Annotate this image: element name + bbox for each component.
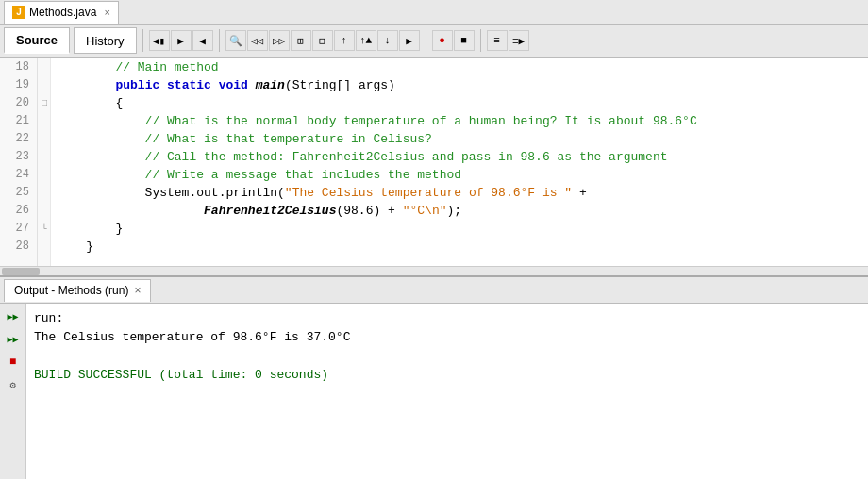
line-num-20: 20 <box>0 94 33 112</box>
toolbar-btn-back[interactable]: ◀▮ <box>149 30 170 51</box>
toolbar-btn-9[interactable]: ↑ <box>334 30 355 51</box>
code-line-28: } <box>57 238 868 256</box>
line-num-24: 24 <box>0 166 33 184</box>
toolbar-btn-more[interactable]: ≡▶ <box>509 30 529 51</box>
output-tab-bar: Output - Methods (run) × <box>0 277 868 304</box>
toolbar-btn-5[interactable]: ◁◁ <box>247 30 268 51</box>
toolbar-btn-search[interactable]: 🔍 <box>225 30 246 51</box>
fold-21 <box>38 112 51 130</box>
fold-27: └ <box>38 220 51 238</box>
fold-25 <box>38 184 51 202</box>
toolbar-separator-3 <box>426 29 426 52</box>
code-line-19: public static void main(String[] args) <box>57 76 868 94</box>
output-sidebar: ▶▶ ▶▶ ■ ⚙ <box>0 304 26 479</box>
output-stop-btn[interactable]: ■ <box>4 353 23 372</box>
output-line-run: run: <box>34 309 860 328</box>
line-num-22: 22 <box>0 130 33 148</box>
code-line-22: // What is that temperature in Celisus? <box>57 130 868 148</box>
fold-22 <box>38 130 51 148</box>
line-num-28: 28 <box>0 238 33 256</box>
code-line-25: System.out.println("The Celsius temperat… <box>57 184 868 202</box>
output-tab-title: Output - Methods (run) <box>14 284 128 297</box>
fold-24 <box>38 166 51 184</box>
toolbar-btn-10[interactable]: ↑▲ <box>356 30 376 51</box>
code-line-24: // Write a message that includes the met… <box>57 166 868 184</box>
toolbar-btn-7[interactable]: ⊞ <box>291 30 311 51</box>
file-tab-bar: J Methods.java × <box>0 0 868 25</box>
code-area: 18 19 20 21 22 23 24 25 26 27 28 □ <box>0 58 868 266</box>
toolbar-btn-8[interactable]: ⊟ <box>312 30 333 51</box>
toolbar-btn-forward[interactable]: ▶ <box>171 30 192 51</box>
output-tab-run[interactable]: Output - Methods (run) × <box>4 279 151 302</box>
output-line-blank <box>34 347 860 366</box>
toolbar-group-1: ◀▮ ▶ ◀ <box>149 30 213 51</box>
file-tab-name: Methods.java <box>29 6 96 19</box>
toolbar-btn-stop[interactable]: ■ <box>454 30 475 51</box>
code-line-20: { <box>57 94 868 112</box>
code-content[interactable]: // Main method public static void main(S… <box>51 58 868 266</box>
output-text-area: run: The Celsius temperature of 98.6°F i… <box>26 304 868 479</box>
fold-20[interactable]: □ <box>38 94 51 112</box>
line-num-25: 25 <box>0 184 33 202</box>
line-num-27: 27 <box>0 220 33 238</box>
fold-19 <box>38 76 51 94</box>
output-body: ▶▶ ▶▶ ■ ⚙ run: The Celsius temperature o… <box>0 304 868 479</box>
code-line-27: } <box>57 220 868 238</box>
main-container: J Methods.java × Source History ◀▮ ▶ ◀ 🔍… <box>0 0 868 479</box>
toolbar-group-2: 🔍 ◁◁ ▷▷ ⊞ ⊟ ↑ ↑▲ ↓ ▶ <box>225 30 420 51</box>
line-num-18: 18 <box>0 58 33 76</box>
fold-28 <box>38 238 51 256</box>
output-panel: Output - Methods (run) × ▶▶ ▶▶ ■ ⚙ run: … <box>0 275 868 479</box>
fold-23 <box>38 148 51 166</box>
toolbar-separator-2 <box>219 29 220 52</box>
fold-column: □ └ <box>38 58 51 266</box>
code-line-21: // What is the normal body temperature o… <box>57 112 868 130</box>
output-run2-btn[interactable]: ▶▶ <box>4 330 23 349</box>
file-tab-methods[interactable]: J Methods.java × <box>4 1 119 24</box>
toolbar-btn-run[interactable]: ● <box>432 30 453 51</box>
tab-history[interactable]: History <box>74 27 136 54</box>
editor-area: 18 19 20 21 22 23 24 25 26 27 28 □ <box>0 58 868 275</box>
horizontal-scrollbar[interactable] <box>0 266 868 275</box>
toolbar-btn-6[interactable]: ▷▷ <box>269 30 290 51</box>
code-line-23: // Call the method: Fahrenheit2Celsius a… <box>57 148 868 166</box>
toolbar-btn-toggle[interactable]: ≡ <box>487 30 508 51</box>
toolbar-btn-12[interactable]: ▶ <box>399 30 420 51</box>
fold-18 <box>38 58 51 76</box>
code-line-18: // Main method <box>57 58 868 76</box>
line-num-26: 26 <box>0 202 33 220</box>
file-tab-close[interactable]: × <box>104 7 109 18</box>
output-run-btn[interactable]: ▶▶ <box>4 307 23 326</box>
toolbar-separator-4 <box>480 29 481 52</box>
toolbar-group-4: ≡ ≡▶ <box>487 30 529 51</box>
line-numbers: 18 19 20 21 22 23 24 25 26 27 28 <box>0 58 38 266</box>
line-num-23: 23 <box>0 148 33 166</box>
toolbar-group-3: ● ■ <box>432 30 475 51</box>
toolbar-btn-11[interactable]: ↓ <box>377 30 398 51</box>
output-line-result: The Celsius temperature of 98.6°F is 37.… <box>34 328 860 347</box>
toolbar-separator-1 <box>142 29 143 52</box>
fold-26 <box>38 202 51 220</box>
java-file-icon: J <box>12 6 25 19</box>
editor-toolbar: Source History ◀▮ ▶ ◀ 🔍 ◁◁ ▷▷ ⊞ ⊟ ↑ ↑▲ ↓… <box>0 25 868 58</box>
output-tab-close[interactable]: × <box>134 284 141 297</box>
tab-source[interactable]: Source <box>4 27 70 54</box>
code-line-26: Fahrenheit2Celsius(98.6) + "°C\n"); <box>57 202 868 220</box>
scrollbar-h-thumb[interactable] <box>2 268 40 275</box>
line-num-19: 19 <box>0 76 33 94</box>
toolbar-btn-3[interactable]: ◀ <box>192 30 213 51</box>
output-line-success: BUILD SUCCESSFUL (total time: 0 seconds) <box>34 366 860 385</box>
output-settings-btn[interactable]: ⚙ <box>4 375 23 394</box>
line-num-21: 21 <box>0 112 33 130</box>
